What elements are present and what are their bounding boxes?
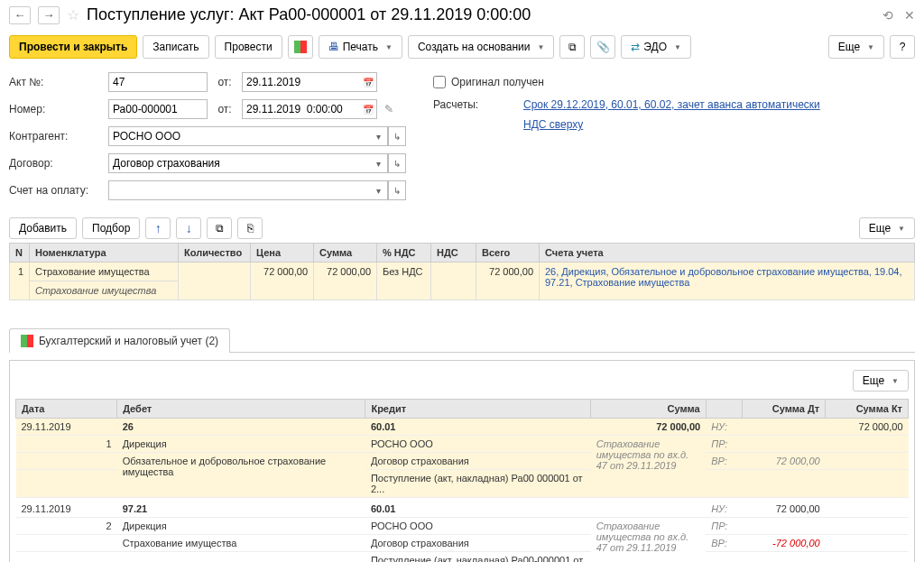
register-row[interactable]: 29.11.2019 26 60.01 72 000,00 НУ: 72 000… — [16, 419, 909, 436]
col-price[interactable]: Цена — [251, 244, 314, 263]
accounts-cell[interactable]: 26, Дирекция, Обязательное и добровольно… — [540, 263, 915, 300]
invoice-input[interactable] — [108, 180, 370, 200]
counterparty-input[interactable] — [108, 126, 370, 146]
add-row-button[interactable]: Добавить — [9, 217, 77, 239]
items-table: N Номенклатура Количество Цена Сумма % Н… — [9, 243, 915, 300]
col-qty[interactable]: Количество — [179, 244, 251, 263]
ot-label-1: от: — [211, 76, 238, 88]
page-title: Поступление услуг: Акт Ра00-000001 от 29… — [87, 5, 875, 24]
counterparty-open-button[interactable]: ↳ — [388, 126, 406, 146]
link-icon[interactable]: ⟲ — [882, 8, 893, 23]
create-based-on-button[interactable]: Создать на основании — [408, 35, 554, 59]
pick-button[interactable]: Подбор — [82, 217, 140, 239]
edit-number-icon[interactable]: ✎ — [384, 103, 393, 115]
original-received-input[interactable] — [433, 76, 446, 88]
attachment-button[interactable]: 📎 — [590, 35, 615, 59]
contract-label: Договор: — [9, 157, 108, 170]
structure-button-1[interactable]: ⧉ — [559, 35, 585, 59]
nav-forward-button[interactable]: → — [38, 6, 60, 24]
more-button[interactable]: Еще — [828, 35, 884, 59]
col-total[interactable]: Всего — [476, 244, 540, 263]
contract-input[interactable] — [108, 153, 370, 173]
calendar-button-1[interactable]: 📅 — [359, 72, 377, 92]
contract-dropdown-button[interactable]: ▾ — [370, 153, 388, 173]
nav-back-button[interactable]: ← — [9, 6, 31, 24]
move-down-button[interactable]: ↓ — [176, 217, 201, 239]
number-date-input[interactable] — [242, 99, 359, 119]
post-and-close-button[interactable]: Провести и закрыть — [9, 35, 137, 59]
number-label: Номер: — [9, 103, 108, 115]
invoice-label: Счет на оплату: — [9, 184, 108, 197]
print-button[interactable]: 🖶Печать — [319, 35, 402, 59]
register-more-button[interactable]: Еще — [853, 370, 909, 392]
tab-accounting[interactable]: Бухгалтерский и налоговый учет (2) — [9, 328, 230, 353]
edo-button[interactable]: ⇄ЭДО — [621, 35, 691, 59]
edo-icon: ⇄ — [631, 41, 640, 53]
register-row[interactable]: 29.11.2019 97.21 60.01 НУ: 72 000,00 — [16, 498, 909, 518]
reg-col-sumdt[interactable]: Сумма Дт — [743, 400, 826, 419]
post-button[interactable]: Провести — [215, 35, 282, 59]
move-up-button[interactable]: ↑ — [145, 217, 171, 239]
register-row[interactable]: Страхование имущества Договор страховани… — [16, 535, 909, 552]
help-button[interactable]: ? — [890, 35, 915, 59]
register-row[interactable]: 2 Дирекция РОСНО ООО Страхование имущест… — [16, 518, 909, 535]
register-row[interactable]: Поступление (акт, накладная) Ра00-000001… — [16, 552, 909, 563]
calculations-link[interactable]: Срок 29.12.2019, 60.01, 60.02, зачет ава… — [523, 98, 820, 111]
invoice-dropdown-button[interactable]: ▾ — [370, 180, 388, 200]
arrow-up-icon: ↑ — [155, 221, 162, 235]
col-n[interactable]: N — [10, 244, 30, 263]
col-vat[interactable]: НДС — [431, 244, 476, 263]
col-sum[interactable]: Сумма — [314, 244, 377, 263]
reg-col-debit[interactable]: Дебет — [117, 400, 365, 419]
reg-col-sum[interactable]: Сумма — [591, 400, 706, 419]
table-row[interactable]: 1 Страхование имущества 72 000,00 72 000… — [10, 263, 915, 281]
printer-icon: 🖶 — [328, 41, 339, 53]
register-table: Дата Дебет Кредит Сумма Сумма Дт Сумма К… — [15, 399, 909, 562]
table-more-button[interactable]: Еще — [859, 217, 915, 239]
akt-no-input[interactable] — [108, 72, 208, 92]
register-row[interactable]: 1 Дирекция РОСНО ООО Страхование имущест… — [16, 436, 909, 453]
col-accounts[interactable]: Счета учета — [540, 244, 915, 263]
reg-col-sumkt[interactable]: Сумма Кт — [826, 400, 909, 419]
arrow-down-icon: ↓ — [186, 221, 192, 235]
akt-no-label: Акт №: — [9, 76, 108, 88]
counterparty-label: Контрагент: — [9, 130, 108, 143]
col-vat-pct[interactable]: % НДС — [377, 244, 431, 263]
dtkt-icon-tab — [21, 335, 33, 347]
calculations-label: Расчеты: — [433, 98, 505, 111]
col-nomenclature[interactable]: Номенклатура — [30, 244, 179, 263]
reg-col-credit[interactable]: Кредит — [365, 400, 591, 419]
calendar-button-2[interactable]: 📅 — [359, 99, 377, 119]
copy-button[interactable]: ⧉ — [207, 217, 232, 239]
counterparty-dropdown-button[interactable]: ▾ — [370, 126, 388, 146]
debit-credit-button[interactable] — [288, 35, 313, 59]
dtkt-icon — [294, 41, 307, 53]
number-input[interactable] — [108, 99, 208, 119]
register-row[interactable]: Обязательное и добровольное страхование … — [16, 453, 909, 470]
vat-link[interactable]: НДС сверху — [523, 118, 583, 131]
ot-label-2: от: — [211, 103, 238, 115]
contract-open-button[interactable]: ↳ — [388, 153, 406, 173]
paste-button[interactable]: ⎘ — [237, 217, 263, 239]
reg-col-date[interactable]: Дата — [16, 400, 117, 419]
save-button[interactable]: Записать — [143, 35, 208, 59]
close-icon[interactable]: ✕ — [904, 8, 915, 23]
favorite-star-icon[interactable]: ☆ — [67, 6, 79, 23]
invoice-open-button[interactable]: ↳ — [388, 180, 406, 200]
akt-date-input[interactable] — [242, 72, 359, 92]
original-received-checkbox[interactable]: Оригинал получен — [433, 76, 544, 88]
